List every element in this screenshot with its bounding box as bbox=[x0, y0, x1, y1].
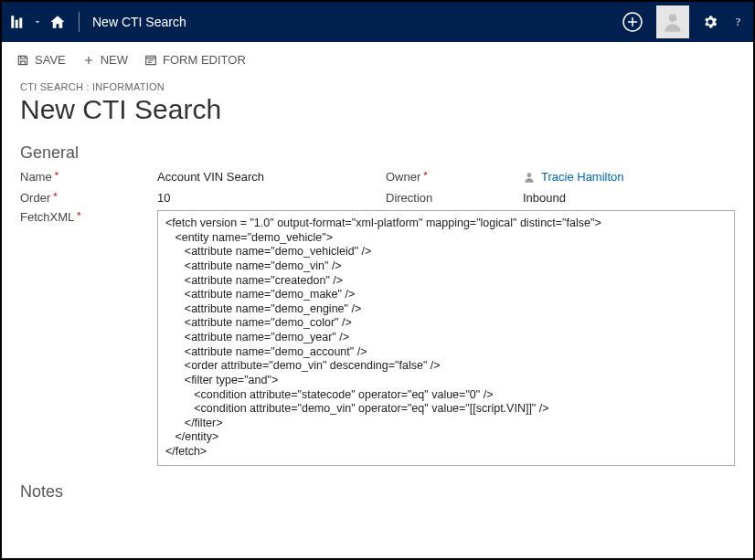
logo-icon[interactable] bbox=[9, 14, 26, 30]
breadcrumb: CTI SEARCH : INFORMATION bbox=[20, 81, 735, 94]
section-general: General bbox=[20, 143, 735, 163]
command-bar: SAVE NEW FORM EDITOR bbox=[2, 42, 753, 76]
add-icon[interactable] bbox=[622, 11, 643, 33]
owner-field[interactable]: Tracie Hamilton bbox=[523, 170, 751, 184]
new-label: NEW bbox=[101, 53, 128, 67]
form-grid: Name Account VIN Search Owner Tracie Ham… bbox=[20, 170, 735, 205]
owner-label: Owner bbox=[386, 170, 514, 184]
avatar[interactable] bbox=[656, 5, 689, 38]
name-label: Name bbox=[20, 170, 148, 184]
top-bar: New CTI Search ? bbox=[2, 2, 753, 42]
direction-field[interactable]: Inbound bbox=[523, 191, 751, 205]
topbar-title: New CTI Search bbox=[92, 15, 186, 29]
svg-point-4 bbox=[527, 173, 532, 177]
owner-link[interactable]: Tracie Hamilton bbox=[541, 170, 624, 184]
form-editor-button[interactable]: FORM EDITOR bbox=[144, 53, 246, 67]
separator bbox=[79, 12, 80, 32]
save-button[interactable]: SAVE bbox=[16, 53, 66, 67]
section-notes: Notes bbox=[20, 482, 735, 502]
form-editor-label: FORM EDITOR bbox=[163, 53, 246, 67]
direction-label: Direction bbox=[386, 191, 514, 205]
gear-icon[interactable] bbox=[702, 14, 718, 30]
order-field[interactable]: 10 bbox=[157, 191, 377, 205]
fetchxml-label: FetchXML bbox=[20, 210, 148, 466]
page-title: New CTI Search bbox=[20, 94, 735, 125]
save-label: SAVE bbox=[35, 53, 66, 67]
person-icon bbox=[523, 171, 536, 184]
fetchxml-field[interactable]: <fetch version = "1.0" output-format="xm… bbox=[157, 210, 735, 466]
help-icon[interactable]: ? bbox=[731, 15, 746, 29]
content: CTI SEARCH : INFORMATION New CTI Search … bbox=[2, 76, 753, 527]
order-label: Order bbox=[20, 191, 148, 205]
svg-point-1 bbox=[669, 14, 677, 22]
svg-text:?: ? bbox=[736, 16, 740, 28]
home-icon[interactable] bbox=[49, 14, 66, 30]
new-button[interactable]: NEW bbox=[82, 53, 128, 67]
name-field[interactable]: Account VIN Search bbox=[157, 170, 377, 184]
chevron-down-icon[interactable] bbox=[33, 17, 42, 26]
